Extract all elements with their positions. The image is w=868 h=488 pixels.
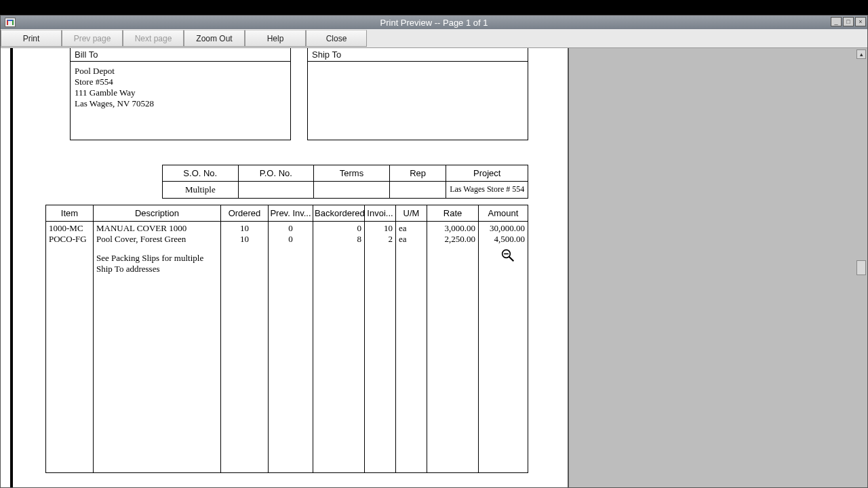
cell-description: Pool Cover, Forest Green — [96, 234, 218, 245]
window-title: Print Preview -- Page 1 of 1 — [1, 18, 867, 28]
col-prev-inv: Prev. Inv... — [269, 205, 313, 221]
workarea: Bill To Pool Depot Store #554 111 Gamble… — [1, 48, 867, 487]
header-rep: Rep — [390, 165, 447, 181]
order-info-value-row: Multiple Las Wages Store # 554 — [163, 182, 528, 198]
ship-to-address — [308, 62, 528, 70]
cell-backordered: 8 — [316, 234, 361, 245]
window-controls: _ □ × — [831, 17, 866, 26]
bill-to-box: Bill To Pool Depot Store #554 111 Gamble… — [70, 48, 291, 140]
ship-to-label: Ship To — [308, 48, 528, 62]
cell-invoiced: 10 — [368, 223, 393, 234]
value-terms — [314, 182, 390, 198]
header-terms: Terms — [314, 165, 390, 181]
cell-description: MANUAL COVER 1000 — [96, 223, 218, 234]
header-po-no: P.O. No. — [239, 165, 315, 181]
close-button[interactable]: Close — [306, 30, 367, 47]
window: Print Preview -- Page 1 of 1 _ □ × Print… — [0, 15, 868, 488]
line-items-table: Item Description Ordered Prev. Inv... Ba… — [45, 205, 528, 473]
body-col-ordered: 10 10 — [221, 222, 269, 472]
body-col-item: 1000-MC POCO-FG — [46, 222, 94, 472]
value-so-no: Multiple — [163, 182, 239, 198]
value-rep — [390, 182, 447, 198]
prev-page-button: Prev page — [62, 30, 123, 47]
cell-item: POCO-FG — [49, 234, 90, 245]
page-preview[interactable]: Bill To Pool Depot Store #554 111 Gamble… — [1, 48, 569, 487]
packing-note: See Packing Slips for multiple Ship To a… — [96, 253, 212, 274]
preview-margin: ▴ — [569, 48, 867, 487]
col-ordered: Ordered — [221, 205, 269, 221]
scroll-up-button[interactable]: ▴ — [856, 49, 866, 59]
cell-rate: 2,250.00 — [430, 234, 475, 245]
col-description: Description — [94, 205, 221, 221]
order-info-header-row: S.O. No. P.O. No. Terms Rep Project — [163, 165, 528, 182]
line-items-header: Item Description Ordered Prev. Inv... Ba… — [46, 205, 528, 222]
bill-to-line: 111 Gamble Way — [75, 87, 286, 98]
cell-um: ea — [399, 234, 424, 245]
header-project: Project — [446, 165, 528, 181]
cell-item: 1000-MC — [49, 223, 90, 234]
body-col-rate: 3,000.00 2,250.00 — [427, 222, 479, 472]
bill-to-line: Las Wages, NV 70528 — [75, 98, 286, 109]
value-po-no — [239, 182, 315, 198]
cell-rate: 3,000.00 — [430, 223, 475, 234]
titlebar[interactable]: Print Preview -- Page 1 of 1 _ □ × — [1, 16, 867, 29]
col-rate: Rate — [427, 205, 479, 221]
zoom-out-button[interactable]: Zoom Out — [184, 30, 245, 47]
cell-ordered: 10 — [224, 223, 265, 234]
app-icon[interactable] — [5, 18, 16, 27]
toolbar: Print Prev page Next page Zoom Out Help … — [1, 29, 867, 48]
body-col-um: ea ea — [396, 222, 427, 472]
header-so-no: S.O. No. — [163, 165, 239, 181]
letterbox — [0, 0, 868, 15]
body-col-backordered: 0 8 — [313, 222, 365, 472]
body-col-prev-inv: 0 0 — [269, 222, 313, 472]
cell-invoiced: 2 — [368, 234, 393, 245]
bill-to-address: Pool Depot Store #554 111 Gamble Way Las… — [71, 62, 290, 113]
cell-um: ea — [399, 223, 424, 234]
help-button[interactable]: Help — [245, 30, 306, 47]
line-items-body: 1000-MC POCO-FG MANUAL COVER 1000 Pool C… — [46, 222, 528, 472]
minimize-button[interactable]: _ — [831, 17, 842, 26]
bill-to-line: Pool Depot — [75, 66, 286, 77]
body-col-description: MANUAL COVER 1000 Pool Cover, Forest Gre… — [94, 222, 221, 472]
body-col-invoiced: 10 2 — [365, 222, 396, 472]
cell-amount: 4,500.00 — [481, 234, 525, 245]
cell-prev-inv: 0 — [271, 223, 310, 234]
order-info-table: S.O. No. P.O. No. Terms Rep Project Mult… — [162, 165, 528, 199]
cell-backordered: 0 — [316, 223, 361, 234]
col-invoiced: Invoi... — [365, 205, 396, 221]
value-project: Las Wages Store # 554 — [446, 182, 528, 198]
bill-to-label: Bill To — [71, 48, 290, 62]
bill-to-line: Store #554 — [75, 77, 286, 87]
close-window-button[interactable]: × — [855, 17, 866, 26]
cell-prev-inv: 0 — [271, 234, 310, 245]
zoom-cursor-icon — [501, 249, 515, 264]
col-item: Item — [46, 205, 94, 221]
svg-line-1 — [509, 257, 514, 262]
col-amount: Amount — [479, 205, 528, 221]
maximize-button[interactable]: □ — [843, 17, 854, 26]
col-backordered: Backordered — [313, 205, 365, 221]
scroll-thumb[interactable] — [856, 260, 866, 275]
print-button[interactable]: Print — [1, 30, 62, 47]
ship-to-box: Ship To — [307, 48, 528, 140]
cell-amount: 30,000.00 — [481, 223, 525, 234]
col-um: U/M — [396, 205, 427, 221]
cell-ordered: 10 — [224, 234, 265, 245]
next-page-button: Next page — [123, 30, 184, 47]
